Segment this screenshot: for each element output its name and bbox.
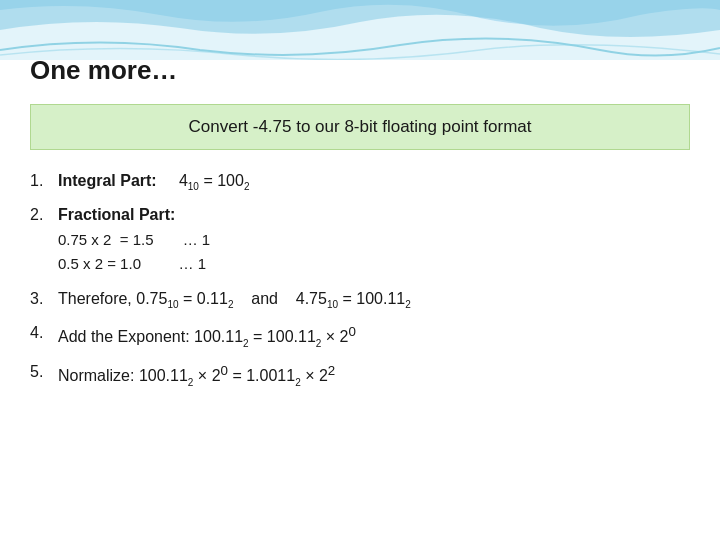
calc-lines: 0.75 x 2 = 1.5 … 1 0.5 x 2 = 1.0 … 1: [58, 228, 690, 276]
list-item: 1. Integral Part: 410 = 1002: [30, 172, 690, 192]
list-item: 3. Therefore, 0.7510 = 0.112 and 4.7510 …: [30, 290, 690, 310]
list-item: 5. Normalize: 100.112 × 20 = 1.00112 × 2…: [30, 363, 690, 388]
step-number: 2.: [30, 206, 58, 224]
step-number: 5.: [30, 363, 58, 381]
step-number: 4.: [30, 324, 58, 342]
step-label: Fractional Part:: [58, 206, 175, 223]
steps-list: 1. Integral Part: 410 = 1002 2. Fraction…: [30, 172, 690, 387]
step-number: 3.: [30, 290, 58, 308]
page-title: One more…: [30, 55, 690, 86]
step-content: Normalize: 100.112 × 20 = 1.00112 × 22: [58, 363, 690, 388]
step-content: Add the Exponent: 100.112 = 100.112 × 20: [58, 324, 690, 349]
list-item: 4. Add the Exponent: 100.112 = 100.112 ×…: [30, 324, 690, 349]
wave-decoration: [0, 0, 720, 60]
step-content: Therefore, 0.7510 = 0.112 and 4.7510 = 1…: [58, 290, 690, 310]
step-content: Fractional Part: 0.75 x 2 = 1.5 … 1 0.5 …: [58, 206, 690, 276]
list-item: 2. Fractional Part: 0.75 x 2 = 1.5 … 1 0…: [30, 206, 690, 276]
step-content: Integral Part: 410 = 1002: [58, 172, 690, 192]
step-number: 1.: [30, 172, 58, 190]
problem-statement: Convert -4.75 to our 8-bit floating poin…: [30, 104, 690, 150]
step-label: Integral Part:: [58, 172, 157, 189]
main-content: One more… Convert -4.75 to our 8-bit flo…: [30, 55, 690, 530]
